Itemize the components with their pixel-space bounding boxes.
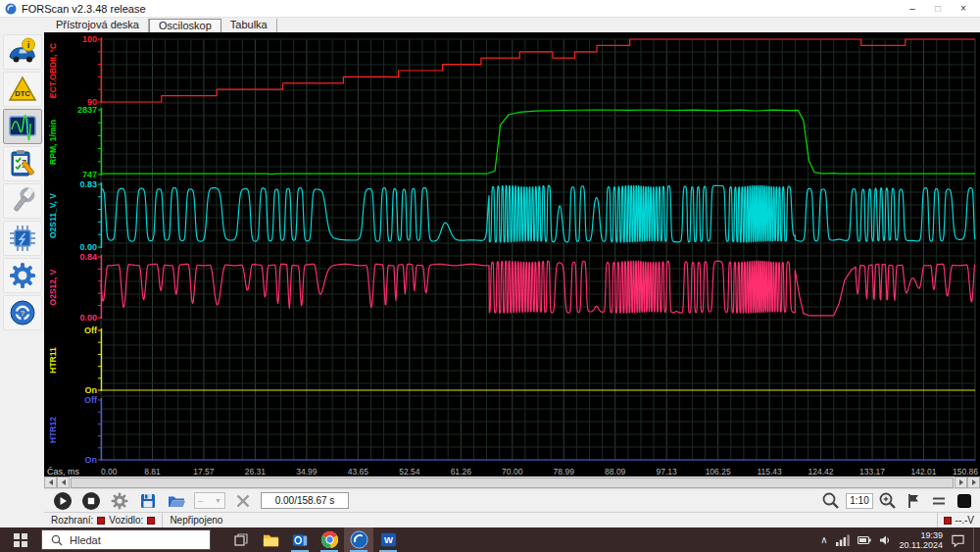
taskbar-clock[interactable]: 19:39 20.11.2024 — [900, 530, 943, 550]
scroll-left-button[interactable] — [57, 477, 70, 488]
time-tick-label: 61.26 — [451, 467, 472, 477]
task-view-button[interactable] — [226, 527, 256, 552]
search-icon — [51, 534, 63, 546]
minimize-button[interactable]: – — [901, 1, 924, 16]
close-button[interactable]: × — [952, 1, 975, 16]
time-tick-label: 142.01 — [911, 467, 937, 477]
clock-time: 19:39 — [900, 530, 943, 540]
tab-osciloskop[interactable]: Osciloskop — [149, 19, 221, 32]
save-button[interactable] — [137, 491, 159, 511]
channel-label: HTR11 — [48, 347, 58, 374]
window-title: FORScan v2.3.48 release — [22, 3, 146, 15]
sidebar-item-tests[interactable] — [3, 146, 42, 181]
maximize-button[interactable]: □ — [926, 1, 950, 16]
filled-square-icon — [955, 491, 974, 511]
time-tick-label: 70.00 — [502, 467, 523, 477]
mode-combo[interactable]: – ▼ — [194, 492, 225, 509]
zoom-in-button[interactable] — [877, 491, 899, 511]
time-tick-label: 26.31 — [245, 467, 267, 477]
scrollbar-thumb[interactable] — [71, 477, 954, 488]
zoom-out-button[interactable] — [820, 491, 842, 511]
oscilloscope-icon — [7, 111, 38, 142]
sidebar-item-configuration[interactable] — [3, 221, 42, 256]
time-tick-label: 133.17 — [859, 467, 885, 477]
car-info-icon: i — [7, 36, 38, 68]
chrome-button[interactable] — [315, 527, 344, 552]
svg-text:i: i — [26, 40, 29, 50]
outlook-button[interactable] — [285, 527, 315, 552]
sidebar-item-vehicle-info[interactable]: i — [3, 34, 42, 70]
time-tick-label: 97.13 — [657, 467, 678, 477]
channel-max-label: 0.84 — [79, 252, 97, 262]
save-floppy-icon — [138, 491, 158, 511]
word-button[interactable]: W — [373, 527, 403, 552]
chip-icon — [7, 223, 38, 254]
time-axis: Čas, ms0.008.8117.5726.3134.9943.6552.54… — [47, 467, 978, 477]
sidebar-item-settings[interactable] — [3, 258, 42, 293]
tab-pristrojova-deska[interactable]: Přístrojová deska — [47, 19, 149, 32]
svg-text:DTC: DTC — [15, 89, 30, 98]
open-button[interactable] — [166, 491, 187, 511]
file-explorer-button[interactable] — [256, 527, 285, 552]
notification-center-icon[interactable] — [951, 533, 965, 547]
triangle-left-icon — [49, 479, 53, 485]
forscan-taskbar-button[interactable] — [344, 527, 373, 552]
forscan-window: FORScan v2.3.48 release – □ × Přístrojov… — [0, 0, 980, 552]
windows-logo-icon — [14, 533, 27, 547]
network-icon[interactable] — [836, 534, 850, 546]
zoom-ratio-select[interactable]: 1:10 — [846, 493, 873, 509]
scope-toolbar: – ▼ 0.00/158.67 s 1:10 — [44, 488, 980, 512]
time-tick-label: 52.54 — [399, 467, 420, 477]
connection-status: Nepřipojeno — [163, 513, 229, 527]
scroll-start-button[interactable] — [44, 477, 57, 488]
forscan-icon — [350, 530, 368, 549]
gear-icon — [110, 491, 129, 511]
scope-scrollbar[interactable] — [44, 477, 980, 488]
titlebar: FORScan v2.3.48 release – □ × — [0, 0, 980, 18]
tray-expand-chevron-icon[interactable]: ∧ — [820, 534, 827, 545]
tests-clipboard-icon — [7, 148, 38, 179]
time-tick-label: 34.99 — [296, 467, 318, 477]
time-display: 0.00/158.67 s — [261, 492, 349, 509]
battery-icon[interactable] — [858, 534, 871, 546]
sidebar-item-help[interactable]: ? — [3, 295, 42, 330]
folder-icon — [262, 530, 280, 549]
grid-lines-button[interactable] — [928, 491, 950, 511]
display-mode-button[interactable] — [954, 491, 975, 511]
interface-status-led — [97, 517, 105, 525]
scope-grid — [101, 39, 975, 461]
channel-label: RPM, 1/min — [48, 120, 58, 165]
start-button[interactable] — [0, 527, 41, 552]
stop-button[interactable] — [80, 491, 102, 511]
interface-status-panel: Rozhraní: Vozidlo: — [44, 513, 163, 527]
scope-settings-button[interactable] — [109, 491, 130, 511]
play-icon — [53, 491, 73, 511]
time-tick-label: 124.42 — [808, 467, 834, 477]
channel-min-label: 0.00 — [79, 242, 97, 252]
sidebar-item-oscilloscope[interactable] — [3, 109, 42, 144]
sidebar-item-service[interactable] — [3, 183, 42, 219]
scroll-end-button[interactable] — [967, 477, 980, 488]
voltage-status-led — [944, 517, 952, 525]
tab-tabulka[interactable]: Tabulka — [221, 19, 277, 32]
scroll-right-button[interactable] — [955, 477, 967, 488]
flag-icon — [904, 491, 923, 511]
taskbar-search-input[interactable]: Hledat — [41, 529, 211, 550]
oscilloscope-canvas[interactable]: ECT.OBDII, °C10090RPM, 1/min2837747O2S11… — [44, 32, 980, 477]
time-tick-label: 150.86 — [953, 467, 978, 477]
channel-label: O2S12, V — [48, 269, 58, 305]
marker-flag-button[interactable] — [903, 491, 924, 511]
speaker-icon[interactable] — [879, 534, 892, 546]
play-button[interactable] — [52, 491, 74, 511]
channel-min-label: On — [85, 455, 98, 465]
task-view-icon — [233, 532, 249, 548]
sidebar-item-dtc[interactable]: DTC — [3, 72, 42, 107]
show-desktop-button[interactable] — [973, 527, 977, 552]
help-steering-wheel-icon: ? — [7, 297, 38, 328]
clear-button[interactable] — [232, 491, 254, 511]
time-tick-label: 17.57 — [193, 467, 215, 477]
time-tick-label: 0.00 — [101, 467, 118, 477]
channel-axes: ECT.OBDII, °C10090RPM, 1/min2837747O2S11… — [48, 34, 102, 465]
channel-min-label: On — [85, 385, 98, 395]
time-tick-label: 106.25 — [706, 467, 731, 477]
